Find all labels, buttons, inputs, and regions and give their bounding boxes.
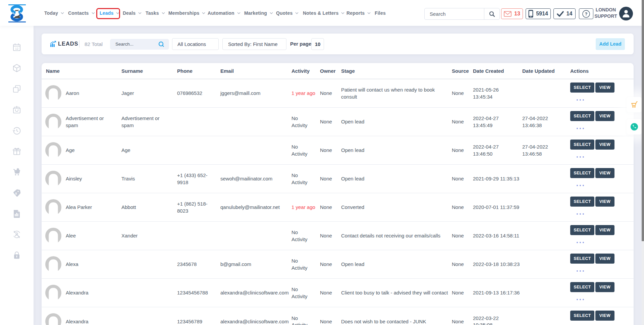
- svg-text:$: $: [15, 192, 17, 195]
- svg-text:12: 12: [15, 47, 18, 50]
- svg-text:?: ?: [585, 12, 588, 16]
